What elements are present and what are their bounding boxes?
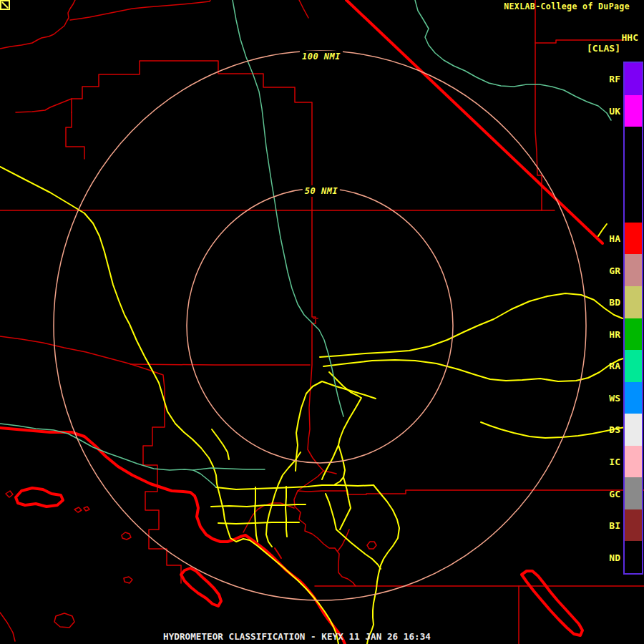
legend-label-GC: GC xyxy=(609,488,620,499)
map-feature-county-stairs-west xyxy=(16,61,312,210)
map-feature-county-corner-sw xyxy=(0,613,15,641)
map-feature-island-catalina xyxy=(181,568,221,606)
range-ring-50-nmi xyxy=(187,188,453,463)
legend-swatch-HA xyxy=(625,223,642,255)
legend-label-DS: DS xyxy=(609,424,620,435)
map-feature-highway-14-west xyxy=(296,381,376,471)
map-feature-state-line-nw-a xyxy=(0,0,75,49)
legend-swatch-blank-3 xyxy=(625,159,642,191)
product-caption: HYDROMETEOR CLASSIFICATION - KEYX 11 JAN… xyxy=(163,633,431,642)
legend-label-RF: RF xyxy=(609,74,620,84)
product-tag-label: [CLAS] xyxy=(587,44,620,53)
map-feature-river-west-ext xyxy=(193,468,265,470)
legend-swatch-DS xyxy=(625,414,642,446)
legend-label-IC: IC xyxy=(609,457,620,467)
map-feature-interstate-ne xyxy=(346,0,602,243)
map-feature-island-outline-4 xyxy=(122,532,131,540)
legend-swatch-blank-4 xyxy=(625,190,642,223)
map-feature-county-horizontal-510 xyxy=(130,364,310,365)
map-feature-island-santa-barbara xyxy=(54,613,74,628)
legend-swatch-RF xyxy=(625,63,642,95)
map-feature-freeway-ew-1 xyxy=(216,485,374,489)
legend-label-HA: HA xyxy=(609,233,620,244)
map-feature-island-ring-small xyxy=(367,542,376,549)
cod-logo-icon xyxy=(0,0,10,10)
legend-swatch-HR xyxy=(625,318,642,351)
map-feature-highway-tail-ne xyxy=(598,224,607,236)
legend-swatch-GR xyxy=(625,254,642,286)
map-feature-highway-58-north xyxy=(320,293,623,357)
map-feature-island-outline-2 xyxy=(74,507,82,512)
map-feature-highway-58-south xyxy=(323,358,625,381)
legend-label-BD: BD xyxy=(609,297,620,308)
map-feature-highway-companion xyxy=(212,429,229,459)
map-feature-railroad-spur xyxy=(275,548,281,558)
map-feature-county-spur-2 xyxy=(66,112,84,159)
map-feature-river-main xyxy=(233,0,343,416)
legend-swatch-UK xyxy=(625,95,642,127)
product-id-label: HHC xyxy=(622,33,638,42)
map-feature-island-outline-5 xyxy=(124,577,132,583)
map-feature-island-outline-3 xyxy=(84,507,89,511)
map-feature-freeway-ew-2 xyxy=(211,504,306,507)
map-feature-county-center-vertical xyxy=(298,210,644,494)
legend-label-UK: UK xyxy=(609,105,620,116)
map-feature-island-outline-1 xyxy=(6,491,13,497)
radar-map xyxy=(0,0,644,644)
map-feature-river-west xyxy=(0,424,216,487)
legend-label-HR: HR xyxy=(609,328,620,339)
brand-title: NEXLAB-College of DuPage xyxy=(504,3,630,11)
legend-label-RA: RA xyxy=(609,361,620,371)
legend-swatch-IC xyxy=(625,446,642,478)
legend-swatch-BI xyxy=(625,509,642,542)
map-feature-island-san-clemente xyxy=(522,571,582,635)
legend-label-ND: ND xyxy=(609,552,620,562)
legend-label-GR: GR xyxy=(609,265,620,275)
map-feature-freeway-ew-3 xyxy=(218,522,299,524)
legend-swatch-ND xyxy=(625,541,642,573)
map-feature-county-stub-top xyxy=(299,0,308,18)
legend-swatch-blank-2 xyxy=(625,127,642,159)
legend-label-WS: WS xyxy=(609,392,620,403)
map-feature-highway-branch-3 xyxy=(326,494,336,530)
range-ring-label: 50 NMI xyxy=(303,185,340,197)
legend-swatch-BD xyxy=(625,286,642,318)
map-feature-freeway-link-se xyxy=(336,530,381,569)
map-feature-freeway-ns-1 xyxy=(255,487,258,542)
radar-display: 100 NMI50 NMI RFUKHAGRBDHRRAWSDSICGCBIND… xyxy=(0,0,644,644)
range-ring-100-nmi xyxy=(54,51,586,600)
map-feature-freeway-se xyxy=(367,485,399,644)
map-feature-island-anacapa xyxy=(16,488,63,507)
range-ring-label: 100 NMI xyxy=(300,51,343,62)
legend-label-BI: BI xyxy=(609,520,620,531)
map-feature-freeway-ns-2 xyxy=(286,487,287,537)
map-feature-river-northeast xyxy=(415,0,611,120)
map-feature-highway-east-stub xyxy=(481,422,625,438)
legend-swatch-GC xyxy=(625,477,642,509)
legend-swatch-RA xyxy=(625,350,642,382)
map-feature-state-line-nw-b xyxy=(70,0,210,20)
legend-colorbar xyxy=(623,62,643,575)
legend-swatch-WS xyxy=(625,382,642,414)
